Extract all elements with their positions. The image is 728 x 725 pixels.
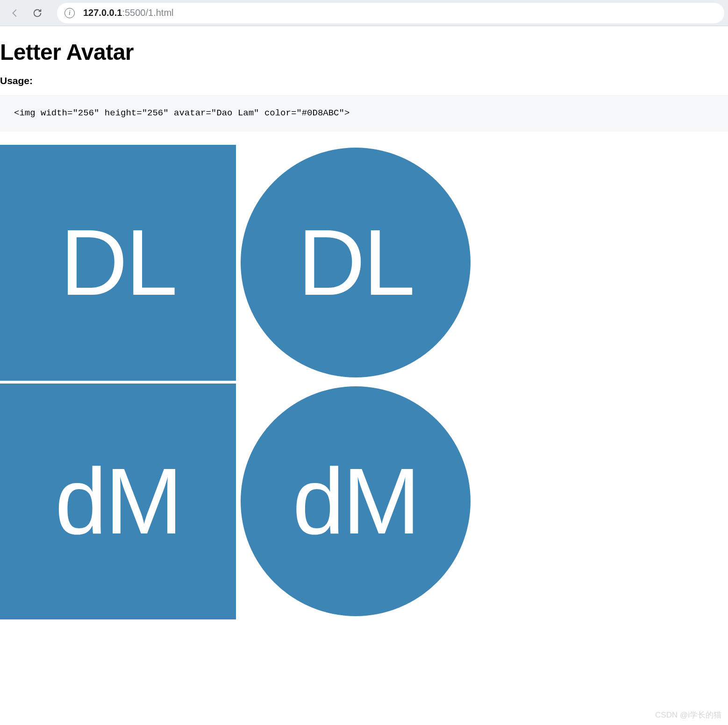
address-bar[interactable]: i 127.0.0.1:5500/1.html	[57, 3, 724, 23]
browser-toolbar: i 127.0.0.1:5500/1.html	[0, 0, 728, 26]
code-sample: <img width="256" height="256" avatar="Da…	[0, 95, 728, 132]
avatar-square-dm: dM	[0, 384, 236, 619]
url-host: 127.0.0.1	[83, 7, 122, 18]
url-path: :5500/1.html	[122, 7, 173, 18]
avatar-round-dl: DL	[241, 148, 471, 377]
reload-button[interactable]	[26, 2, 49, 24]
usage-heading: Usage:	[0, 75, 728, 86]
avatar-round-dm: dM	[241, 386, 471, 616]
page-content: Letter Avatar Usage: <img width="256" he…	[0, 39, 728, 622]
site-info-icon[interactable]: i	[64, 8, 75, 18]
avatar-square-dl: DL	[0, 145, 236, 381]
back-button[interactable]	[4, 2, 26, 24]
page-title: Letter Avatar	[0, 39, 728, 65]
avatar-grid: DL DL dM dM	[0, 145, 477, 622]
